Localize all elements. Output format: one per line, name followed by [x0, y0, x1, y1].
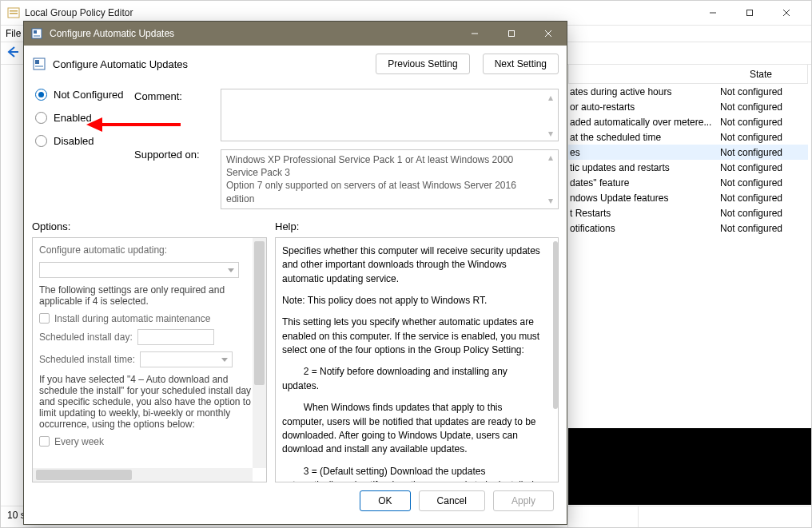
- setting-name: ates during active hours: [568, 86, 720, 97]
- dialog-maximize-button[interactable]: [493, 22, 530, 46]
- scheduled-day-label: Scheduled install day:: [39, 331, 133, 343]
- supported-on-label: Supported on:: [134, 147, 214, 161]
- option-configure-updating-label: Configure automatic updating:: [39, 244, 260, 256]
- checkbox-label: Install during automatic maintenance: [54, 313, 210, 324]
- setting-name: aded automatically over metere...: [568, 117, 720, 128]
- apply-button[interactable]: Apply: [493, 490, 554, 511]
- setting-name: otifications: [568, 223, 720, 234]
- help-paragraph: 3 = (Default setting) Download the updat…: [282, 465, 543, 482]
- radio-label: Disabled: [54, 135, 94, 147]
- radio-disabled[interactable]: Disabled: [35, 135, 128, 147]
- setting-state: Not configured: [720, 117, 803, 128]
- svg-rect-2: [10, 13, 18, 14]
- help-paragraph: When Windows finds updates that apply to…: [282, 401, 543, 457]
- settings-list-row[interactable]: otificationsNot configured: [568, 220, 808, 236]
- previous-setting-button[interactable]: Previous Setting: [376, 54, 469, 74]
- svg-rect-10: [34, 35, 40, 37]
- settings-list-row[interactable]: ndows Update featuresNot configured: [568, 190, 808, 205]
- svg-rect-17: [35, 66, 43, 67]
- policy-icon: [30, 27, 43, 40]
- settings-list-row[interactable]: or auto-restartsNot configured: [568, 99, 808, 114]
- ok-button[interactable]: OK: [360, 490, 410, 511]
- scheduled-time-combo[interactable]: [140, 351, 233, 367]
- scheduled-time-label: Scheduled install time:: [39, 354, 135, 365]
- scroll-down-icon[interactable]: ▾: [544, 127, 556, 139]
- setting-state: Not configured: [720, 208, 803, 219]
- setting-name: dates" feature: [568, 177, 720, 189]
- help-vertical-scrollbar[interactable]: [551, 238, 558, 482]
- help-paragraph: Note: This policy does not apply to Wind…: [282, 294, 543, 308]
- scheduled-day-input[interactable]: [137, 329, 214, 345]
- dialog-header-title: Configure Automatic Updates: [53, 58, 188, 70]
- help-panel: Specifies whether this computer will rec…: [275, 237, 559, 482]
- radio-icon: [35, 89, 47, 101]
- radio-label: Enabled: [54, 112, 92, 124]
- status-cell-2: [568, 506, 639, 527]
- checkbox-install-maintenance[interactable]: Install during automatic maintenance: [39, 313, 260, 324]
- gpedit-icon: [7, 6, 20, 19]
- cancel-button[interactable]: Cancel: [419, 490, 485, 511]
- comment-label: Comment:: [134, 89, 214, 102]
- setting-state: Not configured: [720, 147, 803, 158]
- help-paragraph: This setting lets you specify whether au…: [282, 316, 543, 357]
- setting-state: Not configured: [720, 177, 803, 189]
- status-cell-3: [639, 506, 811, 527]
- dialog-close-button[interactable]: [530, 22, 567, 46]
- comment-textarea[interactable]: ▴ ▾: [221, 89, 559, 141]
- settings-list-row[interactable]: esNot configured: [568, 145, 808, 160]
- column-header-state[interactable]: State: [719, 69, 802, 80]
- svg-rect-12: [509, 31, 515, 37]
- radio-label: Not Configured: [54, 89, 123, 101]
- maximize-button[interactable]: [731, 1, 768, 25]
- setting-name: ndows Update features: [568, 193, 720, 204]
- policy-header-icon: [32, 57, 46, 71]
- checkbox-label: Every week: [54, 436, 104, 447]
- checkbox-icon: [39, 436, 50, 447]
- help-section-label: Help:: [275, 220, 299, 232]
- checkbox-every-week[interactable]: Every week: [39, 436, 260, 447]
- settings-list-row[interactable]: at the scheduled timeNot configured: [568, 129, 808, 145]
- option-schedule-note: If you have selected "4 – Auto download …: [39, 374, 260, 430]
- option-requirement-note: The following settings are only required…: [39, 284, 260, 307]
- settings-list-row[interactable]: aded automatically over metere...Not con…: [568, 114, 808, 129]
- gpedit-title: Local Group Policy Editor: [25, 7, 695, 18]
- setting-name: or auto-restarts: [568, 101, 720, 113]
- svg-rect-16: [35, 60, 39, 64]
- policy-dialog: Configure Automatic Updates Configure Au…: [23, 21, 567, 525]
- menu-file[interactable]: File: [6, 28, 21, 39]
- supported-on-box: Windows XP Professional Service Pack 1 o…: [221, 149, 559, 209]
- next-setting-button[interactable]: Next Setting: [483, 54, 559, 74]
- configure-updating-combo[interactable]: [39, 262, 239, 278]
- options-section-label: Options:: [32, 220, 275, 232]
- setting-state: Not configured: [720, 193, 803, 204]
- setting-name: at the scheduled time: [568, 132, 720, 143]
- help-paragraph: 2 = Notify before downloading and instal…: [282, 365, 543, 393]
- minimize-button[interactable]: [695, 1, 731, 25]
- dialog-minimize-button[interactable]: [456, 22, 493, 46]
- settings-list-row[interactable]: ates during active hoursNot configured: [568, 84, 808, 99]
- setting-state: Not configured: [720, 162, 803, 173]
- back-icon[interactable]: [6, 45, 20, 62]
- svg-rect-4: [747, 10, 753, 16]
- setting-name: t Restarts: [568, 208, 720, 219]
- setting-name: tic updates and restarts: [568, 162, 720, 173]
- scroll-up-icon[interactable]: ▴: [544, 152, 556, 164]
- radio-icon: [35, 135, 47, 147]
- supported-on-text: Windows XP Professional Service Pack 1 o…: [226, 154, 516, 204]
- dialog-titlebar: Configure Automatic Updates: [24, 22, 567, 46]
- setting-state: Not configured: [720, 101, 803, 113]
- settings-list-row[interactable]: dates" featureNot configured: [568, 175, 808, 190]
- close-button[interactable]: [768, 1, 805, 25]
- radio-not-configured[interactable]: Not Configured: [35, 89, 128, 101]
- setting-state: Not configured: [720, 86, 803, 97]
- settings-list-row[interactable]: t RestartsNot configured: [568, 205, 808, 220]
- scroll-down-icon[interactable]: ▾: [544, 195, 556, 207]
- options-vertical-scrollbar[interactable]: [253, 238, 266, 468]
- black-region: [568, 428, 811, 505]
- radio-enabled[interactable]: Enabled: [35, 112, 128, 124]
- settings-list-row[interactable]: tic updates and restartsNot configured: [568, 160, 808, 175]
- dialog-title: Configure Automatic Updates: [50, 28, 456, 39]
- setting-name: es: [568, 147, 720, 158]
- options-horizontal-scrollbar[interactable]: [33, 468, 253, 482]
- scroll-up-icon[interactable]: ▴: [544, 91, 556, 103]
